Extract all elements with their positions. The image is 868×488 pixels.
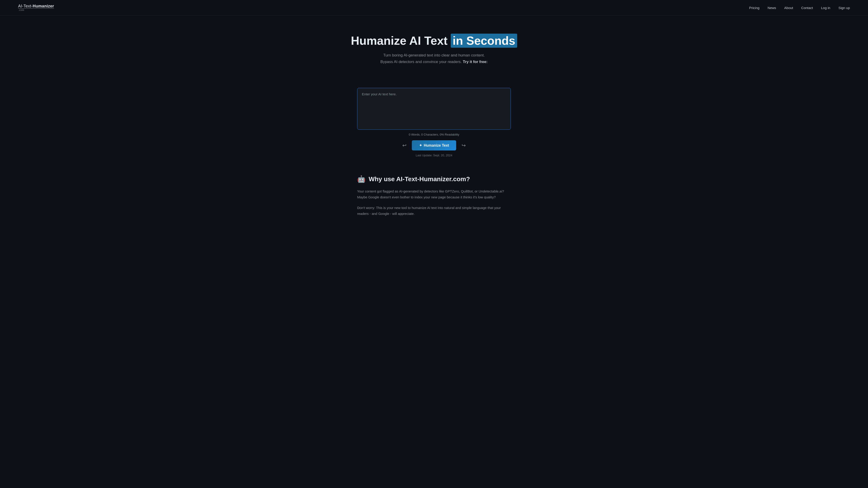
logo[interactable]: AI-Text-Humanizer .com: [18, 4, 54, 11]
why-title: 🤖 Why use AI-Text-Humanizer.com?: [357, 175, 511, 183]
hero-title-prefix: Humanize AI Text: [351, 34, 451, 47]
logo-com: .com: [18, 9, 24, 11]
hero-subtitle-cta: Try it for free:: [463, 60, 488, 64]
input-section: 0 Words, 0 Characters, 0% Readability ↩ …: [352, 88, 515, 157]
why-title-text: Why use AI-Text-Humanizer.com?: [369, 175, 470, 183]
nav-pricing[interactable]: Pricing: [749, 6, 760, 10]
main-nav: Pricing News About Contact Log in Sign u…: [749, 6, 850, 10]
nav-about[interactable]: About: [784, 6, 793, 10]
humanize-label: Humanize Text: [424, 143, 449, 148]
why-emoji: 🤖: [357, 175, 366, 183]
hero-title: Humanize AI Text in Seconds: [4, 34, 864, 48]
nav-signup[interactable]: Sign up: [838, 6, 850, 10]
text-stats: 0 Words, 0 Characters, 0% Readability: [357, 133, 511, 136]
why-para1: Your content got flagged as AI-generated…: [357, 188, 511, 200]
nav-news[interactable]: News: [768, 6, 776, 10]
humanize-icon: ✦: [419, 143, 422, 148]
why-para2: Don't worry: This is your new tool to hu…: [357, 205, 511, 217]
hero-subtitle: Turn boring AI-generated text into clear…: [366, 52, 502, 65]
hero-title-highlight: in Seconds: [451, 34, 517, 48]
logo-bold-text: Humanizer: [33, 4, 54, 8]
why-section: 🤖 Why use AI-Text-Humanizer.com? Your co…: [352, 175, 515, 235]
last-update: Last Update: Sept. 20, 2024: [357, 154, 511, 157]
ai-text-input[interactable]: [357, 88, 511, 130]
nav-contact[interactable]: Contact: [801, 6, 813, 10]
logo-text: AI-Text-Humanizer: [18, 4, 54, 8]
hero-subtitle-line1: Turn boring AI-generated text into clear…: [383, 53, 485, 57]
nav-login[interactable]: Log in: [821, 6, 830, 10]
site-header: AI-Text-Humanizer .com Pricing News Abou…: [0, 0, 868, 15]
humanize-button[interactable]: ✦ Humanize Text: [412, 140, 456, 151]
action-row: ↩ ✦ Humanize Text ↪: [357, 140, 511, 151]
hero-section: Humanize AI Text in Seconds Turn boring …: [0, 15, 868, 79]
redo-button[interactable]: ↪: [461, 142, 467, 149]
hero-subtitle-line2: Bypass AI detectors and convince your re…: [380, 60, 462, 64]
undo-button[interactable]: ↩: [401, 142, 407, 149]
